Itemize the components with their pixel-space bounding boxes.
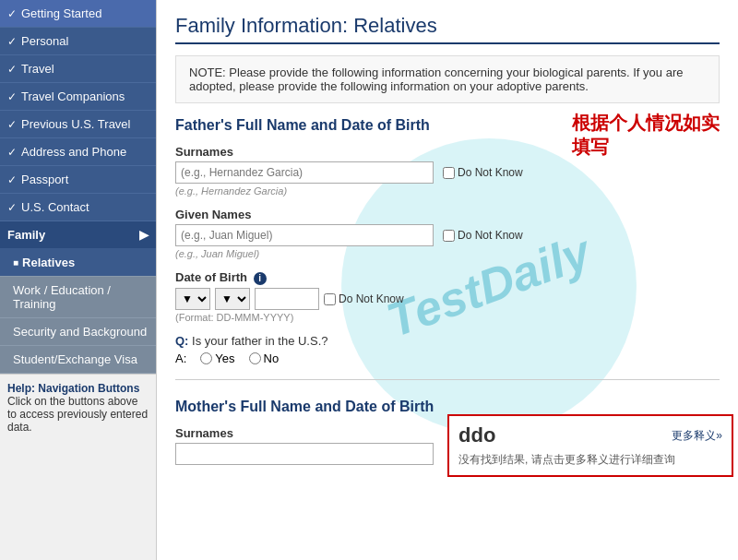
sidebar-item-family[interactable]: Family ▶	[0, 221, 156, 249]
check-icon: ✓	[7, 173, 17, 186]
page-title: Family Information: Relatives	[175, 14, 720, 44]
check-icon: ✓	[7, 118, 17, 131]
sidebar-item-relatives[interactable]: ■ Relatives	[0, 249, 156, 277]
father-yes-input[interactable]	[200, 352, 212, 364]
info-icon[interactable]: i	[254, 272, 267, 285]
father-dob-day[interactable]: ▼	[175, 288, 210, 310]
father-surnames-input[interactable]	[175, 161, 434, 184]
father-given-names-input[interactable]	[175, 224, 434, 246]
popup-body: 没有找到结果, 请点击更多释义进行详细查询	[458, 452, 722, 468]
father-surnames-do-not-know[interactable]: Do Not Know	[443, 166, 523, 179]
father-yes-radio[interactable]: Yes	[200, 351, 234, 365]
father-dob-checkbox[interactable]	[324, 293, 336, 305]
sidebar-item-student-visa[interactable]: Student/Exchange Visa	[0, 346, 156, 374]
sidebar-item-personal[interactable]: ✓ Personal	[0, 28, 156, 55]
popup-header: ddo 更多释义»	[458, 423, 722, 447]
sidebar-item-previous-travel[interactable]: ✓ Previous U.S. Travel	[0, 111, 156, 138]
check-icon: ✓	[7, 63, 17, 76]
father-dob-group: Date of Birth i ▼ ▼ Do Not Know	[175, 270, 720, 323]
sidebar-item-address[interactable]: ✓ Address and Phone	[0, 138, 156, 166]
mother-surnames-input[interactable]	[175, 443, 434, 465]
father-qa-section: Q: Is your father in the U.S.? A: Yes No	[175, 334, 720, 365]
check-icon: ✓	[7, 7, 17, 20]
sidebar-item-passport[interactable]: ✓ Passport	[0, 166, 156, 194]
father-dob-year[interactable]	[255, 288, 319, 310]
note-box: NOTE: Please provide the following infor…	[175, 55, 720, 103]
father-surnames-hint: (e.g., Hernandez Garcia)	[175, 185, 720, 197]
main-content: TestDaily 根据个人情况如实 填写 Family Information…	[157, 0, 738, 560]
sidebar-item-travel-companions[interactable]: ✓ Travel Companions	[0, 83, 156, 111]
father-given-names-group: Given Names Do Not Know (e.g., Juan Migu…	[175, 208, 720, 259]
sidebar-item-travel[interactable]: ✓ Travel	[0, 55, 156, 83]
arrow-icon: ▶	[139, 228, 149, 242]
father-answer: A: Yes No	[175, 351, 720, 365]
father-no-input[interactable]	[249, 352, 261, 364]
popup-more-link[interactable]: 更多释义»	[672, 428, 722, 444]
father-dob-label: Date of Birth i	[175, 270, 720, 285]
check-icon: ✓	[7, 35, 17, 48]
father-given-names-checkbox[interactable]	[443, 230, 455, 242]
father-question: Q: Is your father in the U.S.?	[175, 334, 720, 348]
father-dob-month[interactable]: ▼	[215, 288, 250, 310]
sidebar-item-us-contact[interactable]: ✓ U.S. Contact	[0, 194, 156, 221]
bullet-icon: ■	[13, 257, 18, 268]
note-text: NOTE: Please provide the following infor…	[189, 66, 683, 93]
cn-annotation: 根据个人情况如实 填写	[572, 111, 720, 159]
sidebar: ✓ Getting Started ✓ Personal ✓ Travel ✓ …	[0, 0, 157, 560]
help-text: Click on the buttons above to access pre…	[7, 395, 148, 434]
popup-box: ddo 更多释义» 没有找到结果, 请点击更多释义进行详细查询	[447, 414, 733, 477]
sidebar-item-getting-started[interactable]: ✓ Getting Started	[0, 0, 156, 28]
father-dob-do-not-know[interactable]: Do Not Know	[324, 292, 404, 305]
father-given-names-do-not-know[interactable]: Do Not Know	[443, 229, 523, 242]
father-dob-format: (Format: DD-MMM-YYYY)	[175, 312, 720, 323]
check-icon: ✓	[7, 90, 17, 103]
check-icon: ✓	[7, 146, 17, 159]
mother-section-title: Mother's Full Name and Date of Birth	[175, 399, 720, 415]
sidebar-item-security-background[interactable]: Security and Background	[0, 318, 156, 346]
father-surnames-checkbox[interactable]	[443, 167, 455, 179]
sidebar-item-work-education[interactable]: Work / Education / Training	[0, 277, 156, 318]
father-given-names-hint: (e.g., Juan Miguel)	[175, 248, 720, 259]
father-given-names-label: Given Names	[175, 208, 720, 221]
help-title: Help: Navigation Buttons	[7, 382, 139, 395]
father-no-radio[interactable]: No	[249, 351, 280, 365]
sidebar-help: Help: Navigation Buttons Click on the bu…	[0, 374, 156, 560]
check-icon: ✓	[7, 201, 17, 214]
a-label: A:	[175, 351, 186, 365]
q-label: Q:	[175, 334, 188, 348]
popup-word: ddo	[458, 423, 495, 447]
